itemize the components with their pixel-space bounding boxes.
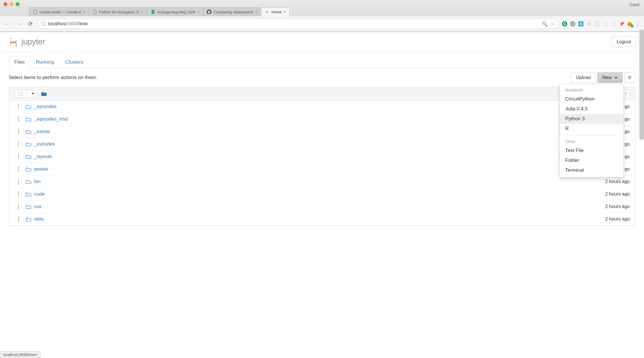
ext-icon-3[interactable]: ▢ xyxy=(611,21,616,26)
ext-icon-4[interactable]: 0 xyxy=(627,21,632,26)
dropdown-item[interactable]: R xyxy=(560,124,623,134)
file-name-link[interactable]: _layouts xyxy=(34,154,52,160)
scrollbar[interactable] xyxy=(639,30,644,140)
action-hint-text: Select items to perform actions on them. xyxy=(9,75,97,80)
file-checkbox[interactable] xyxy=(18,216,19,222)
forward-button[interactable]: → xyxy=(15,21,23,27)
dropdown-item[interactable]: CircuitPython xyxy=(560,94,623,104)
file-name-link[interactable]: _includes xyxy=(34,141,55,147)
dropdown-item[interactable]: Text File xyxy=(560,146,623,155)
new-button-label: New xyxy=(602,75,612,80)
ublock-ext-icon[interactable]: U xyxy=(570,21,575,26)
dropdown-item[interactable]: Python 3 xyxy=(560,114,623,124)
tab-close-icon[interactable]: × xyxy=(197,10,200,14)
file-name-link[interactable]: css xyxy=(34,204,42,210)
file-row: code2 hours ago xyxy=(9,188,635,201)
file-name-link[interactable]: _episodes_rmd xyxy=(34,116,68,122)
file-checkbox[interactable] xyxy=(18,154,19,160)
file-name-link[interactable]: data xyxy=(34,216,44,222)
upload-button[interactable]: Upload xyxy=(571,72,596,83)
file-modified-time: go xyxy=(625,154,630,159)
window-minimize-button[interactable] xyxy=(10,2,13,6)
page-content: jupyter Logout FilesRunningClusters Sele… xyxy=(0,32,644,358)
dropdown-item[interactable]: Folder xyxy=(560,155,623,165)
jupyter-logo-text: jupyter xyxy=(22,37,45,46)
nav-tab-running[interactable]: Running xyxy=(30,56,60,68)
tab-title: ecology-bug-bbq | Soft xyxy=(157,10,195,14)
browser-tab[interactable]: Comparing datacarpent× xyxy=(203,7,261,16)
file-row: bin2 hours ago xyxy=(9,176,635,188)
logout-button[interactable]: Logout xyxy=(612,37,636,47)
dropdown-item[interactable]: Terminal xyxy=(560,165,623,175)
file-checkbox[interactable] xyxy=(18,204,19,210)
folder-icon xyxy=(26,117,31,121)
tab-close-icon[interactable]: × xyxy=(83,10,85,14)
bookmark-star-icon[interactable]: ☆ xyxy=(550,21,555,27)
file-modified-time: go xyxy=(625,142,630,147)
dropdown-divider xyxy=(565,135,618,136)
window-maximize-button[interactable] xyxy=(16,2,19,6)
file-checkbox[interactable] xyxy=(18,141,19,147)
zoom-icon[interactable]: 🔍 xyxy=(542,21,548,27)
file-modified-time: go xyxy=(625,129,630,134)
profile-name[interactable]: Carol xyxy=(630,2,639,7)
caret-down-icon xyxy=(615,77,618,78)
browser-tab[interactable]: Python for ecologists: S× xyxy=(89,7,147,16)
file-row: _layoutsgo xyxy=(9,151,635,163)
file-row: _includesgo xyxy=(9,138,635,151)
pin-ext-icon[interactable]: 📌 xyxy=(619,21,624,26)
grammarly-ext-icon[interactable]: G xyxy=(562,21,567,26)
browser-tab[interactable]: conda install — Conda d× xyxy=(29,7,89,16)
ext-icon-1[interactable]: B xyxy=(595,21,600,26)
back-button[interactable]: ← xyxy=(3,21,12,27)
dropdown-item[interactable]: Julia 0.4.5 xyxy=(560,104,623,114)
new-button[interactable]: New xyxy=(597,72,622,83)
file-checkbox[interactable] xyxy=(18,166,19,172)
file-name-link[interactable]: _extras xyxy=(34,129,50,135)
address-bar[interactable]: ⓘ localhost:8888/tree 🔍 ☆ xyxy=(38,19,558,29)
action-row: Select items to perform actions on them.… xyxy=(9,68,635,87)
refresh-button[interactable] xyxy=(624,72,635,83)
new-dropdown-menu: Notebook: CircuitPythonJulia 0.4.5Python… xyxy=(560,84,624,177)
breadcrumb-folder-icon[interactable] xyxy=(41,92,47,96)
tab-close-icon[interactable]: × xyxy=(284,10,286,14)
file-name-link[interactable]: bin xyxy=(34,179,41,185)
folder-icon xyxy=(26,192,31,196)
tab-title: Comparing datacarpent xyxy=(214,10,253,14)
select-all-checkbox[interactable] xyxy=(14,90,27,98)
folder-icon xyxy=(26,217,31,221)
jupyter-logo[interactable]: jupyter xyxy=(8,37,45,47)
svg-rect-1 xyxy=(152,10,154,11)
file-checkbox[interactable] xyxy=(18,179,19,185)
menu-icon[interactable]: ⋮ xyxy=(635,21,641,26)
jupyter-logo-icon xyxy=(8,37,19,47)
reload-button[interactable]: ⟳ xyxy=(27,20,34,27)
tab-title: Home xyxy=(271,10,282,14)
file-name-link[interactable]: code xyxy=(34,191,45,197)
file-checkbox[interactable] xyxy=(18,191,19,197)
window-close-button[interactable] xyxy=(3,2,7,6)
file-checkbox[interactable] xyxy=(18,129,19,135)
ext-icon-2[interactable]: ▢ xyxy=(603,21,608,26)
folder-icon xyxy=(26,130,31,134)
skype-ext-icon[interactable]: S xyxy=(578,21,583,26)
nav-tab-clusters[interactable]: Clusters xyxy=(60,56,89,68)
tab-close-icon[interactable]: × xyxy=(141,10,143,14)
browser-tab[interactable]: ecology-bug-bbq | Soft× xyxy=(147,7,204,16)
tab-strip: conda install — Conda d×Python for ecolo… xyxy=(0,6,644,16)
file-modified-time: 2 hours ago xyxy=(605,179,630,184)
nav-tab-files[interactable]: Files xyxy=(9,56,30,68)
dropdown-section-notebook: Notebook: xyxy=(560,86,623,94)
tab-favicon-icon xyxy=(92,10,97,14)
url-text: localhost:8888/tree xyxy=(48,21,540,26)
select-dropdown-button[interactable] xyxy=(27,90,37,98)
file-name-link[interactable]: _episodes xyxy=(34,104,57,110)
nav-tabs: FilesRunningClusters xyxy=(9,56,635,68)
browser-tab[interactable]: Home× xyxy=(261,7,290,16)
file-checkbox[interactable] xyxy=(18,104,19,110)
file-name-link[interactable]: assets xyxy=(34,166,48,172)
tab-close-icon[interactable]: × xyxy=(255,10,257,14)
settings-ext-icon[interactable]: ⚙ xyxy=(586,21,592,26)
site-info-icon[interactable]: ⓘ xyxy=(41,21,46,27)
file-checkbox[interactable] xyxy=(18,116,19,122)
